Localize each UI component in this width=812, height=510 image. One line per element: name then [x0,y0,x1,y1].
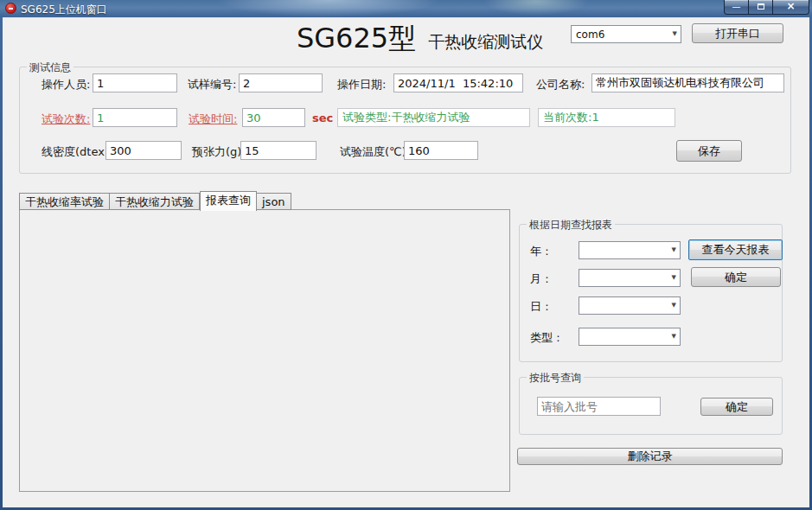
report-tab-page [19,209,510,492]
maximize-icon[interactable] [749,0,772,15]
date-search-group: 根据日期查找报表 年 : ▼ 月 : ▼ 日 : ▼ 类型 : ▼ 查看今天报表… [519,224,783,362]
device-name: 干热收缩测试仪 [428,31,543,54]
model-name: SG625型 [297,20,416,58]
test-time-input[interactable] [242,108,305,127]
temperature-input[interactable] [404,141,478,160]
chevron-down-icon: ▼ [672,302,676,309]
chevron-down-icon: ▼ [673,30,677,37]
title-bar: SG625上位机窗口 — × [0,0,812,17]
close-icon[interactable]: × [772,0,809,15]
test-info-group-label: 测试信息 [27,61,74,75]
density-label: 线密度(dtex): [42,144,112,160]
temperature-label: 试验温度(℃): [340,144,410,160]
date-label: 操作日期: [337,77,386,92]
sample-no-input[interactable] [239,73,323,92]
chevron-down-icon: ▼ [672,274,676,281]
chevron-down-icon: ▼ [672,333,676,340]
tab-json[interactable]: json [257,193,291,210]
density-input[interactable] [105,141,182,160]
day-label: 日 : [530,299,549,315]
save-button[interactable]: 保存 [676,140,742,162]
app-window: SG625上位机窗口 — × SG625型 干热收缩测试仪 com6 ▼ 打开串… [0,0,812,510]
app-icon[interactable] [5,3,16,14]
test-count-label: 试验次数: [42,112,90,127]
year-select[interactable]: ▼ [579,241,681,259]
com-port-value: com6 [576,29,604,41]
tab-干热收缩力试验[interactable]: 干热收缩力试验 [110,193,200,210]
batch-confirm-button[interactable]: 确定 [700,398,773,416]
test-count-input[interactable] [93,108,177,127]
minimize-icon[interactable]: — [724,0,749,15]
sample-no-label: 试样编号: [188,77,236,92]
com-port-select[interactable]: com6 ▼ [571,25,681,43]
client-area: SG625型 干热收缩测试仪 com6 ▼ 打开串口 测试信息 操作人员: 试样… [3,17,809,507]
tab-报表查询[interactable]: 报表查询 [200,191,257,211]
test-time-label: 试验时间: [189,112,237,127]
day-select[interactable]: ▼ [579,296,681,315]
month-select[interactable]: ▼ [579,269,681,287]
date-confirm-button[interactable]: 确定 [691,267,781,287]
batch-no-input[interactable] [537,397,661,416]
month-label: 月 : [530,271,549,287]
test-type-box: 试验类型:干热收缩力试验 [337,108,530,127]
view-today-report-button[interactable]: 查看今天报表 [688,239,783,260]
type-label: 类型 : [530,330,560,346]
window-controls: — × [724,0,809,15]
company-input[interactable] [591,73,784,92]
company-label: 公司名称: [536,77,585,92]
pretension-input[interactable] [240,141,316,160]
batch-search-group-label: 按批号查询 [527,371,584,386]
pretension-label: 预张力(g): [192,144,246,160]
maximize-glyph [758,3,764,10]
chevron-down-icon: ▼ [672,246,676,253]
open-serial-button[interactable]: 打开串口 [692,23,783,43]
batch-search-group: 按批号查询 确定 [519,377,783,435]
operator-label: 操作人员: [42,77,90,92]
tab-bar: 干热收缩率试验干热收缩力试验报表查询json [19,191,291,211]
current-count-box: 当前次数:1 [538,108,675,127]
date-input[interactable] [393,73,523,92]
operator-input[interactable] [93,73,177,92]
page-title: SG625型 干热收缩测试仪 [297,20,543,58]
year-label: 年 : [530,244,549,259]
delete-records-button[interactable]: 删除记录 [517,448,783,465]
type-select[interactable]: ▼ [579,328,681,346]
sec-unit-label: sec [312,112,333,124]
date-search-group-label: 根据日期查找报表 [527,218,615,233]
window-title: SG625上位机窗口 [21,3,107,17]
tab-干热收缩率试验[interactable]: 干热收缩率试验 [19,193,110,210]
